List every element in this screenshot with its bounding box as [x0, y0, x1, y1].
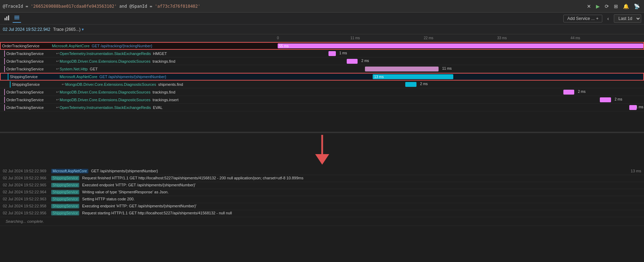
svg-marker-7: [315, 154, 329, 165]
ruler-22: 22 ms: [424, 36, 433, 40]
and-label: and @SpanId =: [117, 4, 155, 9]
log-service-badge-6: ShippingService: [51, 204, 79, 208]
play-button[interactable]: ▶: [595, 3, 601, 10]
lib-name-1: Microsoft.AspNetCore: [52, 44, 90, 48]
op-name-6: shipments.find: [158, 82, 183, 87]
trace-left-8: OrderTrackingService ↩ MongoDB.Driver.Co…: [0, 97, 277, 103]
list-icon[interactable]: [13, 14, 21, 23]
table-row[interactable]: OrderTrackingService ↩ System.Net.Http G…: [0, 65, 644, 73]
lib-name-3: MongoDB.Driver.Core.Extensions.Diagnosti…: [60, 59, 150, 63]
trace-timeline-5: 13 ms: [278, 73, 643, 81]
log-service-badge-3: ShippingService: [51, 183, 79, 187]
arrow-icon-6: ↩: [62, 82, 65, 86]
op-name-9: EVAL: [153, 105, 162, 110]
table-row[interactable]: OrderTrackingService Microsoft.AspNetCor…: [0, 42, 644, 50]
op-name-5: GET /api/shipments/{shipmentNumber}: [100, 75, 167, 79]
trace-panel: 02 Jul 2024 19:52:22.942 Trace (2665...)…: [0, 25, 644, 133]
trace-id-label: @TraceId =: [3, 4, 30, 9]
lib-name-9: OpenTelemetry.Instrumentation.StackExcha…: [60, 105, 151, 110]
ruler-33: 33 ms: [497, 36, 507, 40]
log-date-6: 02 Jul 2024 19:52:22.958: [3, 204, 48, 208]
broadcast-button[interactable]: 📡: [632, 3, 641, 10]
close-button[interactable]: ✕: [585, 3, 592, 10]
list-item[interactable]: 02 Jul 2024 19:52:22.958 ShippingService…: [0, 203, 644, 210]
span-bar-5: 13 ms: [373, 74, 453, 79]
list-item[interactable]: 02 Jul 2024 19:52:22.966 ShippingService…: [0, 175, 644, 182]
table-row[interactable]: OrderTrackingService ↩ MongoDB.Driver.Co…: [0, 96, 644, 104]
trace-timeline-8: 2 ms: [277, 96, 644, 104]
lib-name-8: MongoDB.Driver.Core.Extensions.Diagnosti…: [60, 98, 150, 102]
time-range-select[interactable]: Last 1d Last 1h Last 6h Last 7d: [614, 14, 641, 23]
span-label-7: 2 ms: [578, 90, 586, 94]
arrow-icon-4: ↩: [56, 67, 59, 71]
list-item[interactable]: 02 Jul 2024 19:52:22.965 ShippingService…: [0, 182, 644, 189]
toolbar-right: Add Service ... + ‹ Last 1d Last 1h Last…: [563, 14, 641, 23]
list-item[interactable]: 02 Jul 2024 19:52:22.963 ShippingService…: [0, 196, 644, 203]
trace-left-7: OrderTrackingService ↩ MongoDB.Driver.Co…: [0, 89, 277, 95]
grid-button[interactable]: ⊞: [612, 3, 619, 10]
log-date-7: 02 Jul 2024 19:52:22.956: [3, 211, 48, 215]
log-ms-1: 13 ms: [631, 169, 641, 173]
chart-icon[interactable]: [3, 14, 11, 22]
service-name-8: OrderTrackingService: [6, 98, 55, 102]
lib-name-6: MongoDB.Driver.Core.Extensions.Diagnosti…: [65, 82, 156, 87]
list-item[interactable]: 02 Jul 2024 19:52:22.956 ShippingService…: [0, 210, 644, 217]
table-row[interactable]: OrderTrackingService ↩ OpenTelemetry.Ins…: [0, 50, 644, 57]
op-name-4: GET: [90, 67, 98, 71]
service-name-7: OrderTrackingService: [6, 90, 55, 94]
trace-timeline-7: 2 ms: [277, 88, 644, 96]
span-bar-4: [365, 67, 438, 71]
trace-timeline-4: 11 ms: [277, 65, 644, 73]
table-row[interactable]: OrderTrackingService ↩ MongoDB.Driver.Co…: [0, 88, 644, 96]
logs-panel: 02 Jul 2024 19:52:22.969 Microsoft.AspNe…: [0, 168, 644, 245]
op-name-3: trackings.find: [152, 59, 175, 63]
add-service-plus-icon: +: [596, 16, 598, 21]
toolbar-left: [3, 14, 21, 23]
log-service-badge-4: ShippingService: [51, 190, 79, 194]
service-name-5: ShippingService: [10, 75, 59, 79]
trace-left-3: OrderTrackingService ↩ MongoDB.Driver.Co…: [0, 58, 277, 64]
span-bar-7: [563, 90, 574, 95]
log-date-5: 02 Jul 2024 19:52:22.963: [3, 197, 48, 201]
svg-rect-2: [8, 15, 9, 20]
lib-name-4: System.Net.Http: [60, 67, 88, 71]
trace-left-4: OrderTrackingService ↩ System.Net.Http G…: [0, 66, 277, 72]
span-label-1: 55 ms: [278, 44, 289, 48]
top-bar: @TraceId = '2665269088bae017cdaa0fe94356…: [0, 0, 644, 13]
trace-left-6: ShippingService ↩ MongoDB.Driver.Core.Ex…: [0, 81, 277, 88]
query-text: @TraceId = '2665269088bae017cdaa0fe94356…: [3, 4, 583, 9]
searching-row: Searching... complete.: [0, 217, 644, 226]
service-name-6: ShippingService: [12, 82, 61, 87]
table-row[interactable]: ShippingService ↩ MongoDB.Driver.Core.Ex…: [0, 81, 644, 88]
span-bar-8: [600, 97, 611, 102]
log-date-3: 02 Jul 2024 19:52:22.965: [3, 183, 48, 187]
add-service-label: Add Service ...: [567, 16, 595, 21]
list-item[interactable]: 02 Jul 2024 19:52:22.964 ShippingService…: [0, 189, 644, 196]
arrow-icon-3: ↩: [56, 59, 59, 63]
span-label-6: 2 ms: [420, 82, 428, 86]
trace-left-9: OrderTrackingService ↩ OpenTelemetry.Ins…: [0, 104, 277, 111]
refresh-button[interactable]: ⟳: [603, 3, 610, 10]
table-row[interactable]: OrderTrackingService ↩ OpenTelemetry.Ins…: [0, 104, 644, 111]
span-bar-2: [328, 51, 336, 56]
main-area: 02 Jul 2024 19:52:22.942 Trace (2665...)…: [0, 25, 644, 262]
span-bar-1: 55 ms: [278, 43, 643, 48]
arrow-icon-2: ↩: [56, 51, 59, 55]
bell-button[interactable]: 🔔: [622, 3, 630, 10]
trace-date: 02 Jul 2024 19:52:22.942: [3, 27, 50, 32]
trace-rows: OrderTrackingService Microsoft.AspNetCor…: [0, 42, 644, 132]
down-arrow-icon: [312, 135, 333, 166]
span-label-5: 13 ms: [373, 75, 384, 79]
ruler-0: 0: [277, 36, 279, 40]
list-item[interactable]: 02 Jul 2024 19:52:22.969 Microsoft.AspNe…: [0, 168, 644, 175]
table-row[interactable]: ShippingService Microsoft.AspNetCore GET…: [0, 73, 644, 81]
op-name-8: trackings.insert: [152, 98, 178, 102]
lib-name-5: Microsoft.AspNetCore: [60, 75, 97, 79]
add-service-button[interactable]: Add Service ... +: [563, 15, 602, 22]
span-label-3: 2 ms: [361, 59, 369, 63]
table-row[interactable]: OrderTrackingService ↩ MongoDB.Driver.Co…: [0, 57, 644, 65]
trace-left-2: OrderTrackingService ↩ OpenTelemetry.Ins…: [0, 50, 277, 57]
nav-back-button[interactable]: ‹: [605, 15, 611, 22]
trace-id[interactable]: Trace (2665...) ▾: [53, 27, 84, 32]
op-name-7: trackings.find: [152, 90, 175, 94]
